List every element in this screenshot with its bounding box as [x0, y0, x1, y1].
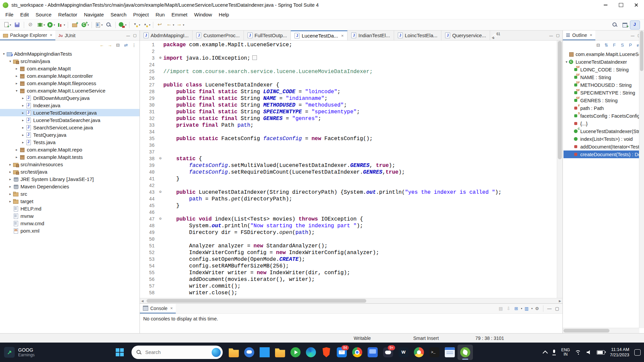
toolbar-button-previous-annotation[interactable]: ▾ — [142, 21, 151, 29]
toolbar-button-new-java-class[interactable]: ▾ — [80, 21, 90, 29]
code-line[interactable]: 25//import com.course.search.service.luc… — [140, 68, 557, 75]
code-line[interactable]: 50 — [140, 236, 557, 243]
scrollbar-thumb[interactable] — [564, 329, 609, 333]
tree-item[interactable]: ▸JRE System Library [JavaSE-17] — [0, 175, 140, 183]
tree-item[interactable]: ▸Tests.java — [0, 138, 140, 146]
hide-static-members-icon[interactable]: S — [619, 42, 626, 48]
close-tab-icon[interactable]: × — [590, 33, 592, 38]
hidden-editors-button[interactable]: » 61 — [493, 31, 500, 40]
toolbar-button-forward[interactable]: ▾ — [175, 21, 185, 29]
code-line[interactable]: 3⊕import java.io.IOException; — [140, 55, 557, 62]
toolbar-button-last-edit-location[interactable] — [155, 21, 165, 29]
minimize-view-button[interactable]: — — [548, 33, 554, 39]
language-indicator[interactable]: ENG IN — [561, 348, 570, 357]
tab-junit[interactable]: JuJUnit — [55, 31, 78, 40]
code-line[interactable]: 46 — [140, 209, 557, 216]
tree-item[interactable]: ▸LuceneTestDataSearcher.java — [0, 116, 140, 124]
tree-expand-icon[interactable]: ▸ — [8, 185, 13, 188]
view-menu-icon[interactable]: ⋮ — [130, 42, 138, 48]
back-history-icon[interactable]: ← — [98, 42, 105, 48]
code-line[interactable]: 2 — [140, 48, 557, 55]
tree-item[interactable]: ▸SearchServiceLucene.java — [0, 124, 140, 131]
tree-expand-icon[interactable]: ▾ — [564, 60, 569, 64]
toolbar-button-new-wizard[interactable]: ▾ — [2, 21, 12, 29]
taskbar-app-spring-tool-suite[interactable] — [458, 345, 473, 360]
microphone-icon[interactable] — [552, 350, 556, 355]
tree-expand-icon[interactable]: ▸ — [8, 199, 13, 203]
code-line[interactable]: 26 — [140, 75, 557, 82]
maximize-button[interactable] — [613, 0, 629, 10]
code-line[interactable]: 54 config.setRAMBufferSizeMB(256); — [140, 263, 557, 269]
tree-item[interactable]: ▸src — [0, 190, 140, 197]
scrollbar-thumb[interactable] — [558, 41, 562, 159]
taskbar-app-discord[interactable]: 9+ — [380, 345, 396, 360]
taskbar-app-file-explorer[interactable] — [226, 345, 241, 360]
code-line[interactable]: 32 public static final String GENRES = "… — [140, 115, 557, 122]
console-settings-icon[interactable]: ⚙ — [534, 305, 540, 312]
toolbar-button-next-annotation[interactable]: ▾ — [131, 21, 141, 29]
code-line[interactable]: 53 config.setOpenMode(OpenMode.CREATE); — [140, 256, 557, 263]
maximize-view-button[interactable]: ▢ — [131, 33, 138, 39]
pin-console-icon[interactable]: ⇩ — [505, 305, 512, 312]
taskbar-app-chrome-profile[interactable] — [411, 345, 427, 360]
tree-expand-icon[interactable]: ▾ — [14, 89, 19, 93]
code-line[interactable]: 43⊖ public LuceneTestDataIndexer(String … — [140, 189, 557, 196]
code-line[interactable]: 33 private final Path path; — [140, 122, 557, 129]
toolbar-button-new-java-project[interactable] — [70, 21, 79, 29]
tree-expand-icon[interactable]: ▸ — [20, 111, 25, 115]
toolbar-button-coverage[interactable]: ▾ — [56, 21, 66, 29]
toolbar-button-open-task[interactable]: ▾ — [94, 21, 103, 29]
code-line[interactable]: 38⊖ static { — [140, 156, 557, 162]
code-line[interactable]: 27public class LuceneTestDataIndexer { — [140, 82, 557, 88]
menu-window[interactable]: Window — [191, 11, 215, 18]
code-line[interactable]: 49 Directory dir = FSDirectory.open(path… — [140, 229, 557, 236]
tree-item[interactable]: ▸LuceneTestDataIndexer.java — [0, 109, 140, 116]
minimize-button[interactable] — [598, 0, 613, 10]
outline-item[interactable]: SfacetsConfig : FacetsConfig — [564, 112, 639, 120]
taskbar-app-camtasia[interactable] — [288, 345, 303, 360]
code-line[interactable]: 40 facetsConfig.setRequireDimCount(Lucen… — [140, 169, 557, 176]
toolbar-button-skip-all-breakpoints[interactable] — [26, 21, 36, 29]
toolbar-button-save[interactable] — [12, 21, 22, 29]
code-line[interactable]: 44 path = Paths.get(directoryPath); — [140, 196, 557, 202]
code-line[interactable]: 55 IndexWriter writer = new IndexWriter(… — [140, 269, 557, 276]
code-line[interactable]: 29 public final static String NAME = "in… — [140, 95, 557, 102]
tree-item[interactable]: ▸com.example.MapIt.repo — [0, 146, 140, 153]
code-line[interactable]: 1package com.example.MapIt.LuceneService… — [140, 42, 557, 48]
scrollbar-thumb[interactable] — [640, 31, 643, 71]
tree-item[interactable]: ▾src/main/java — [0, 57, 140, 65]
code-line[interactable]: 58 writer.close(); — [140, 290, 557, 296]
volume-icon[interactable] — [587, 350, 592, 355]
tree-expand-icon[interactable]: ▸ — [14, 155, 19, 159]
code-line[interactable]: 48 System.out.println("Now starting the … — [140, 223, 557, 229]
tree-item[interactable]: mvnw — [0, 212, 140, 220]
tree-item[interactable]: HELP.md — [0, 205, 140, 212]
toolbar-button-debug[interactable]: ▾ — [36, 21, 46, 29]
collapse-all-icon[interactable]: ⊟ — [595, 42, 602, 48]
toolbar-button-back[interactable]: ▾ — [165, 21, 175, 29]
tree-item[interactable]: ▸src/main/resources — [0, 161, 140, 168]
taskbar-search[interactable] — [131, 346, 223, 359]
code-line[interactable]: 35 public static FacetsConfig facetsConf… — [140, 135, 557, 142]
editor-vertical-scrollbar[interactable] — [557, 41, 562, 298]
tree-expand-icon[interactable]: ▸ — [8, 177, 13, 181]
tab-outline[interactable]: Outline × — [563, 31, 595, 40]
outline-item[interactable]: addDocument(Iterator<Tests>) : void — [564, 143, 639, 150]
tree-item[interactable]: mvnw.cmd — [0, 220, 140, 227]
tree-expand-icon[interactable]: ▸ — [14, 148, 19, 152]
tree-expand-icon[interactable]: ▸ — [20, 133, 25, 137]
outline-item[interactable]: com.example.MapIt.LuceneService — [564, 50, 639, 58]
toolbar-button-open-perspective[interactable] — [620, 21, 630, 29]
outline-item[interactable]: index(List<Tests>) : void — [564, 135, 639, 143]
tree-item[interactable]: ▸com.example.MapIt.tests — [0, 153, 140, 161]
display-selected-console-icon[interactable]: ▥ — [523, 305, 530, 312]
editor-horizontal-scrollbar[interactable]: ◀ ▶ — [140, 298, 562, 303]
menu-run[interactable]: Run — [152, 11, 168, 18]
battery-icon[interactable] — [597, 350, 605, 355]
code-line[interactable]: 51 Analyzer analyzer = new StandardAnaly… — [140, 243, 557, 249]
collapse-all-icon[interactable]: ⊟ — [114, 42, 121, 48]
tree-item[interactable]: ▸Indexer.java — [0, 102, 140, 109]
fold-marker-icon[interactable]: ⊖ — [157, 189, 163, 196]
code-line[interactable]: 56 addDocument(movies.iterator(), writer… — [140, 276, 557, 283]
code-line[interactable]: 31 public final static String SPECIMENTY… — [140, 109, 557, 115]
